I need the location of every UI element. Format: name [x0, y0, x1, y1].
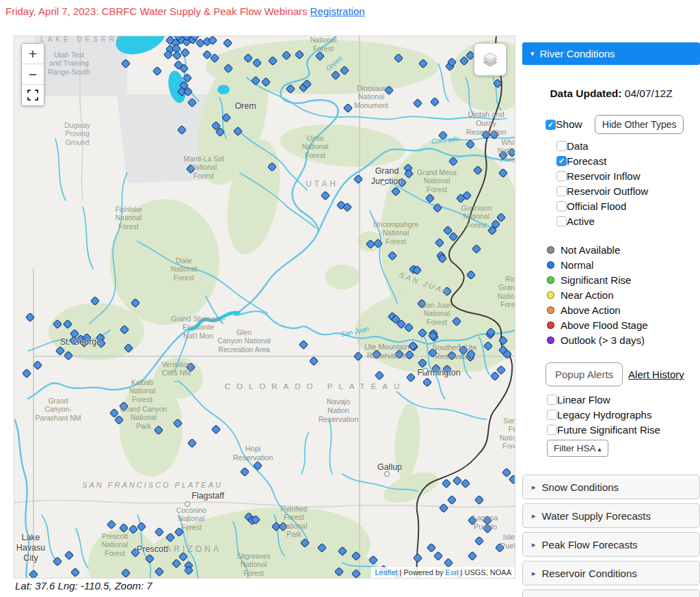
section-title: Snow Conditions [542, 481, 619, 493]
esri-link[interactable]: Esri [446, 568, 459, 576]
collapsed-sections: ▸Snow Conditions▸Water Supply Forecasts▸… [522, 475, 700, 597]
fullscreen-icon [27, 90, 38, 101]
fullscreen-button[interactable] [22, 85, 44, 105]
lake-powell [189, 313, 240, 329]
type-label: Active [567, 215, 595, 227]
option-label: Future Significant Rise [557, 424, 660, 436]
layers-icon [479, 48, 502, 71]
caret-down-icon: ▾ [530, 49, 535, 58]
type-row: ✓Forecast [556, 153, 700, 168]
legend-label: Above Action [561, 304, 621, 316]
legend-row: Not Available [547, 242, 700, 257]
legend-color-dot [547, 261, 554, 269]
type-checkbox[interactable]: ✓ [556, 186, 567, 196]
type-label: Reservoir Outflow [567, 185, 648, 197]
filter-hsa-label: Filter HSA [554, 443, 595, 453]
attrib-separator: | [459, 568, 465, 576]
section-title: River Conditions [540, 48, 615, 59]
option-row: ✓Linear Flow [547, 392, 700, 407]
alert-history-link[interactable]: Alert History [628, 369, 684, 380]
type-label: Reservoir Inflow [567, 170, 641, 182]
alerts-row: Popup Alerts Alert History [546, 362, 700, 386]
caret-right-icon: ▸ [532, 540, 536, 549]
popup-alerts-button[interactable]: Popup Alerts [546, 362, 623, 386]
type-label: Forecast [567, 155, 606, 167]
legend-row: Outlook (> 3 days) [547, 332, 700, 347]
show-label: Show [556, 118, 582, 131]
military-area [35, 36, 127, 96]
option-row: ✓Legacy Hydrographs [547, 407, 700, 422]
legend-color-dot [547, 246, 554, 254]
check-icon: ✓ [548, 121, 554, 129]
map-status-line: Lat: 37.6 Lng: -110.5, Zoom: 7 [15, 580, 152, 592]
page: { "header": { "announcement": "Friday, A… [0, 0, 700, 597]
section-header-snow-conditions[interactable]: ▸Snow Conditions [522, 475, 700, 499]
legend-row: Above Action [547, 302, 700, 317]
section-title: Peak Flow Forecasts [542, 539, 638, 550]
type-row: ✓Reservoir Outflow [556, 183, 700, 198]
option-label: Legacy Hydrographs [557, 409, 651, 421]
legend-label: Above Flood Stage [561, 319, 648, 331]
legend-row: Significant Rise [547, 272, 700, 287]
option-checkbox-list: ✓Linear Flow✓Legacy Hydrographs✓Future S… [547, 392, 700, 437]
legend-label: Not Available [561, 244, 620, 256]
section-header-reservoir-conditions[interactable]: ▸Reservoir Conditions [522, 561, 700, 585]
forest-patches [49, 40, 515, 578]
legend-label: Outlook (> 3 days) [561, 334, 645, 346]
basemap [14, 36, 515, 578]
map-attribution: Leaflet | Powered by Esri | USGS, NOAA [371, 567, 515, 578]
city-dot [185, 501, 190, 507]
data-updated-value: 04/07/12Z [621, 88, 672, 99]
leaflet-link[interactable]: Leaflet [375, 568, 397, 576]
attrib-credits: USGS, NOAA [465, 568, 511, 576]
filter-hsa-button[interactable]: Filter HSA ▴ [547, 440, 608, 457]
type-checkbox[interactable]: ✓ [556, 156, 567, 166]
city-dot [381, 180, 386, 185]
type-row: ✓Official Flood [556, 198, 700, 213]
option-checkbox[interactable]: ✓ [547, 425, 557, 435]
zoom-out-button[interactable]: − [22, 64, 44, 85]
type-checkbox[interactable]: ✓ [556, 216, 567, 226]
map[interactable]: + − Leaflet | Powered by Esri | USGS, NO… [14, 36, 515, 579]
caret-right-icon: ▸ [532, 483, 536, 492]
caret-right-icon: ▸ [532, 569, 536, 578]
section-header-peak-flow-forecasts[interactable]: ▸Peak Flow Forecasts [522, 532, 700, 557]
option-row: ✓Future Significant Rise [547, 422, 700, 437]
announcement-text: Friday, April 7, 2023: CBRFC Water Suppl… [5, 5, 308, 17]
legend-color-dot [547, 276, 554, 284]
legend-label: Normal [561, 259, 593, 271]
section-header-river-conditions[interactable]: ▾ River Conditions [522, 42, 700, 65]
option-checkbox[interactable]: ✓ [547, 410, 557, 420]
section-header-water-supply-forecasts[interactable]: ▸Water Supply Forecasts [522, 503, 700, 528]
data-updated-label: Data Updated: [550, 88, 621, 99]
attrib-powered-by: Powered by [403, 568, 445, 576]
show-row: ✓ Show Hide Other Types [546, 115, 700, 134]
announcement-bar: Friday, April 7, 2023: CBRFC Water Suppl… [5, 5, 365, 17]
registration-link[interactable]: Registration [310, 5, 365, 17]
river-conditions-panel: Data Updated: 04/07/12Z ✓ Show Hide Othe… [522, 88, 700, 457]
type-label: Official Flood [567, 200, 626, 212]
section-header-forecast-precipitation[interactable]: ▸Forecast Precipitation [522, 589, 700, 597]
zoom-in-button[interactable]: + [22, 44, 44, 64]
city-dot [422, 368, 428, 373]
option-checkbox[interactable]: ✓ [547, 395, 557, 405]
type-checkbox[interactable]: ✓ [556, 141, 567, 151]
type-row: ✓Data [556, 138, 700, 153]
legend-row: Normal [547, 257, 700, 272]
type-checkbox[interactable]: ✓ [556, 171, 567, 181]
legend-color-dot [547, 306, 554, 314]
legend-label: Near Action [561, 289, 614, 301]
legend: Not AvailableNormalSignificant RiseNear … [547, 242, 700, 347]
legend-label: Significant Rise [561, 274, 631, 286]
show-checkbox[interactable]: ✓ [546, 120, 556, 130]
legend-color-dot [547, 321, 554, 329]
type-checkbox[interactable]: ✓ [556, 201, 567, 211]
layers-control[interactable] [474, 43, 507, 76]
section-title: Reservoir Conditions [542, 568, 637, 579]
data-updated: Data Updated: 04/07/12Z [522, 88, 700, 100]
sidebar: ▾ River Conditions Data Updated: 04/07/1… [522, 42, 700, 597]
city-dot [384, 471, 390, 477]
check-icon: ✓ [558, 157, 565, 165]
map-zoom-control: + − [21, 43, 44, 106]
hide-other-types-button[interactable]: Hide Other Types [595, 115, 684, 134]
